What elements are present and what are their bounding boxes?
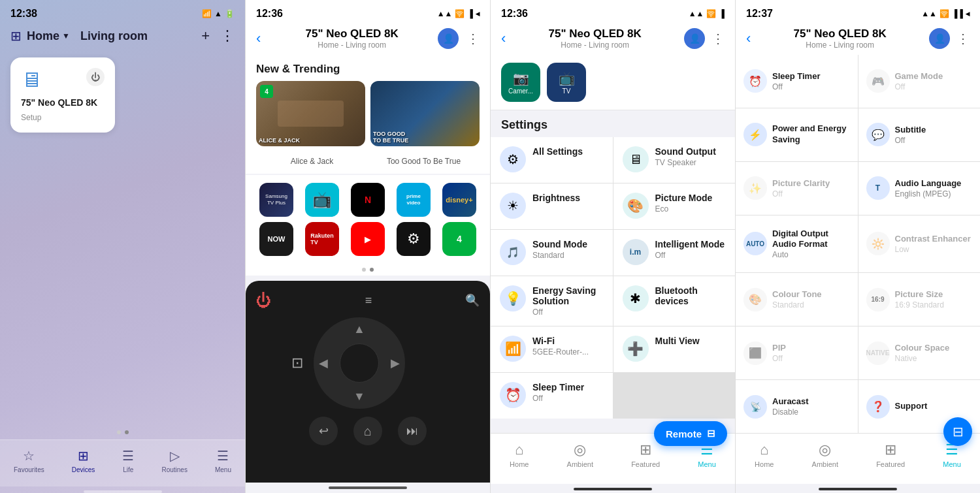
energy-saving-icon: 💡 (500, 285, 526, 311)
back-button-p2[interactable]: ‹ (256, 30, 261, 47)
more-icon-p2[interactable]: ⋮ (466, 31, 480, 46)
thumbnail-alice[interactable]: 4 ALICE & JACK (256, 81, 365, 146)
setting-picture-mode[interactable]: 🎨 Picture Mode Eco (613, 183, 736, 229)
app-youtube[interactable]: ▶ (348, 222, 388, 256)
setting-sound-mode[interactable]: 🎵 Sound Mode Standard (491, 230, 613, 276)
intelligent-mode-icon: i.m (623, 239, 649, 265)
detail-picture-size[interactable]: 16:9 Picture Size 16:9 Standard (858, 273, 981, 326)
setting-energy-saving[interactable]: 💡 Energy Saving Solution Off (491, 276, 613, 326)
app-ch4[interactable]: 4 (439, 222, 480, 256)
nav-ambient-p3[interactable]: ◎ Ambient (559, 439, 601, 471)
nav-home-p4[interactable]: ⌂ Home (747, 439, 781, 471)
remote-float-button[interactable]: Remote ⊟ (654, 421, 727, 446)
source-camera[interactable]: 📷 Camer... (501, 63, 540, 102)
p2-header-icons: 👤 ⋮ (438, 28, 480, 49)
app-netflix[interactable]: N (348, 183, 388, 217)
nav-life[interactable]: ☰ Life (117, 445, 139, 476)
nav-home-p3[interactable]: ⌂ Home (502, 439, 536, 471)
setting-bluetooth[interactable]: ✱ Bluetooth devices (613, 276, 736, 326)
detail-sleep-timer[interactable]: ⏰ Sleep Timer Off (736, 55, 858, 108)
nav-devices[interactable]: ⊞ Devices (67, 445, 101, 476)
avatar-p2[interactable]: 👤 (438, 28, 459, 49)
setting-sound-output[interactable]: 🖥 Sound Output TV Speaker (613, 137, 736, 183)
source-button-remote[interactable]: ⊡ (291, 355, 303, 372)
home-label[interactable]: Home ▼ (27, 29, 70, 43)
detail-digital-output[interactable]: AUTO Digital Output Audio Format Auto (736, 215, 858, 273)
more-icon-p3[interactable]: ⋮ (711, 31, 725, 46)
back-button-p3[interactable]: ‹ (501, 30, 506, 47)
detail-audio-lang-val: English (MPEG) (895, 189, 973, 199)
detail-subtitle[interactable]: 💬 Subtitle Off (858, 108, 981, 161)
detail-pip-val: Off (772, 354, 850, 363)
detail-digital-output-icon: AUTO (743, 232, 767, 255)
detail-auracast[interactable]: 📡 Auracast Disable (736, 380, 858, 433)
app-page-dots (246, 264, 490, 276)
thumbnail-tgbt[interactable]: TOO GOODTO BE TRUE (370, 81, 480, 146)
home-button-remote[interactable]: ⌂ (353, 417, 382, 445)
dpad-center-button[interactable] (340, 343, 379, 383)
detail-colour-tone[interactable]: 🎨 Colour Tone Standard (736, 273, 858, 326)
setting-wifi[interactable]: 📶 Wi-Fi 5GEE-Router-... (491, 326, 613, 372)
menu-icon[interactable]: ⋮ (220, 27, 235, 44)
nav-routines[interactable]: ▷ Routines (156, 445, 192, 476)
header-actions: + ⋮ (201, 27, 235, 44)
detail-game-mode[interactable]: 🎮 Game Mode Off (858, 55, 981, 108)
app-teal[interactable]: 📺 (302, 183, 342, 217)
remote-area: ⏻ ≡ 🔍 ⊡ ▲ ▼ ◀ ▶ ↩ ⌂ ⏭ (246, 281, 490, 483)
devices-icon: ⊞ (78, 448, 89, 464)
app-samsung[interactable]: SamsungTV Plus (256, 183, 297, 217)
detail-sleep-timer-icon: ⏰ (743, 69, 767, 93)
detail-picture-clarity[interactable]: ✨ Picture Clarity Off (736, 162, 858, 215)
setting-multiview[interactable]: ➕ Multi View (613, 326, 736, 372)
remote-fab-p4[interactable]: ⊟ (943, 417, 972, 446)
location-p4: ◂ (966, 9, 970, 18)
search-button-remote[interactable]: 🔍 (465, 293, 480, 308)
app-disney[interactable]: disney+ (439, 183, 480, 217)
home-nav-label-p3: Home (510, 460, 529, 468)
source-row: 📷 Camer... 📺 TV (491, 55, 735, 110)
avatar-p4[interactable]: 👤 (929, 28, 950, 49)
p2-title-wrap: 75" Neo QLED 8K Home - Living room (266, 27, 438, 50)
setting-brightness[interactable]: ☀ Brightness (491, 183, 613, 229)
sleep-timer-text: Sleep Timer Off (532, 382, 584, 403)
nav-routines-label: Routines (161, 466, 187, 473)
detail-picture-clarity-icon: ✨ (743, 176, 767, 200)
power-button[interactable]: ⏻ (86, 68, 105, 86)
back-button-p4[interactable]: ‹ (746, 30, 751, 47)
app-prime[interactable]: primevideo (393, 183, 434, 217)
app-discovery[interactable]: ⚙ (393, 222, 434, 256)
dpad-up-icon[interactable]: ▲ (353, 323, 365, 336)
power-button-remote[interactable]: ⏻ (256, 291, 272, 310)
add-icon[interactable]: + (201, 27, 210, 44)
status-bar-p2: 12:36 ▲▲ 🛜 ▐ ◂ (246, 0, 490, 22)
menu-button-remote[interactable]: ≡ (365, 294, 372, 308)
detail-audio-lang-text: Audio Language English (MPEG) (895, 178, 973, 199)
detail-power-energy[interactable]: ⚡ Power and Energy Saving (736, 108, 858, 161)
camera-icon: 📷 (513, 71, 529, 86)
dpad-down-icon[interactable]: ▼ (353, 390, 365, 404)
more-icon-p4[interactable]: ⋮ (956, 31, 970, 46)
source-tv[interactable]: 📺 TV (547, 63, 586, 102)
back-button-remote[interactable]: ↩ (309, 417, 338, 445)
dpad-left-icon[interactable]: ◀ (319, 356, 328, 370)
nav-featured-p4[interactable]: ⊞ Featured (868, 439, 913, 471)
dpad-right-icon[interactable]: ▶ (391, 356, 400, 370)
detail-audio-language[interactable]: T Audio Language English (MPEG) (858, 162, 981, 215)
nav-favourites[interactable]: ☆ Favourites (8, 445, 50, 476)
setting-sleep-timer[interactable]: ⏰ Sleep Timer Off (491, 373, 613, 419)
app-rakuten[interactable]: RakutenTV (302, 222, 342, 256)
skip-button-remote[interactable]: ⏭ (398, 417, 427, 445)
featured-label-p4: Featured (876, 460, 905, 468)
device-card[interactable]: 🖥 ⏻ 75" Neo QLED 8K Setup (10, 57, 115, 133)
app-now[interactable]: NOW (256, 222, 297, 256)
setting-intelligent-mode[interactable]: i.m Intelligent Mode Off (613, 230, 736, 276)
nav-ambient-p4[interactable]: ◎ Ambient (804, 439, 846, 471)
detail-contrast[interactable]: 🔆 Contrast Enhancer Low (858, 215, 981, 273)
detail-colour-tone-name: Colour Tone (772, 289, 850, 300)
setting-all-settings[interactable]: ⚙ All Settings (491, 137, 613, 183)
nav-menu[interactable]: ☰ Menu (210, 445, 237, 476)
detail-colour-space[interactable]: NATIVE Colour Space Native (858, 326, 981, 379)
detail-pip[interactable]: ⬛ PIP Off (736, 326, 858, 379)
ch4-badge: 4 (260, 85, 273, 98)
avatar-p3[interactable]: 👤 (684, 28, 705, 49)
